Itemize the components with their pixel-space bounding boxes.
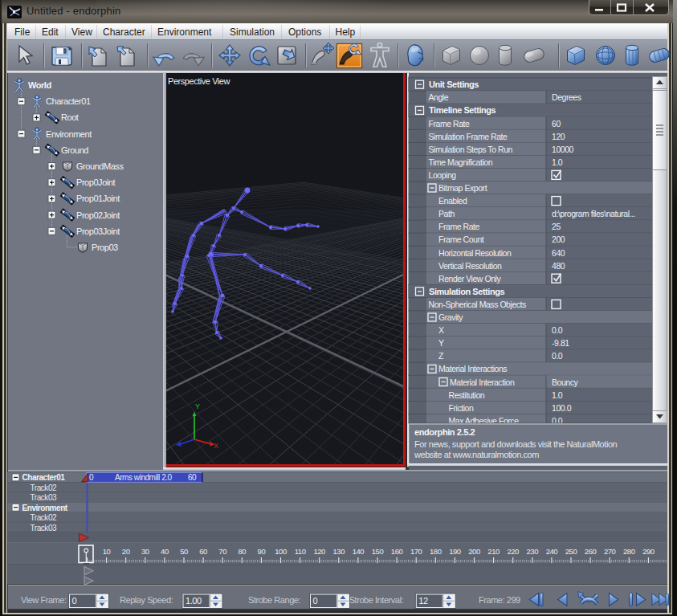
svg-text:Strobe Range:: Strobe Range: xyxy=(248,595,300,605)
svg-text:Strobe Interval:: Strobe Interval: xyxy=(349,595,404,605)
svg-text:View Frame:: View Frame: xyxy=(21,595,67,605)
svg-text:1.00: 1.00 xyxy=(186,596,202,606)
svg-text:Frame: 299: Frame: 299 xyxy=(479,595,520,605)
svg-text:12: 12 xyxy=(418,596,428,606)
svg-text:Replay Speed:: Replay Speed: xyxy=(120,595,173,605)
svg-text:0: 0 xyxy=(72,596,77,606)
svg-text:0: 0 xyxy=(313,596,318,606)
